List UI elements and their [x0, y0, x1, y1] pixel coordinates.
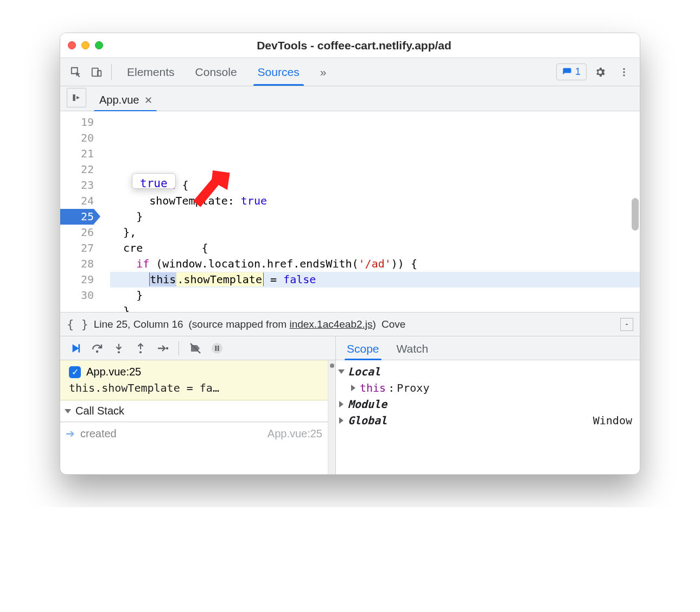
source-mapped-label: (source mapped from index.1ac4eab2.js) — [189, 318, 376, 330]
settings-icon[interactable] — [590, 62, 610, 82]
devtools-window: DevTools - coffee-cart.netlify.app/ad El… — [60, 33, 640, 475]
close-window-button[interactable] — [68, 41, 76, 49]
call-stack-header[interactable]: Call Stack — [60, 400, 328, 422]
deactivate-breakpoints-button[interactable] — [186, 339, 205, 358]
debugger-toolbar — [60, 336, 335, 360]
paused-location-block: ✓ App.vue:25 this.showTemplate = fa… — [60, 360, 328, 400]
tab-sources[interactable]: Sources — [250, 58, 307, 86]
minimap-scrollbar[interactable] — [328, 360, 335, 474]
tab-scope[interactable]: Scope — [345, 338, 381, 360]
line-gutter[interactable]: 192021222324252627282930 — [60, 111, 99, 312]
pause-on-exceptions-button[interactable] — [207, 339, 227, 358]
arrow-annotation-icon — [183, 134, 236, 150]
file-tab-app-vue[interactable]: App.vue ✕ — [92, 90, 159, 111]
editor-scrollbar-thumb[interactable] — [632, 198, 639, 231]
svg-point-8 — [118, 351, 120, 353]
svg-rect-5 — [73, 94, 75, 101]
scope-watch-tabs: Scope Watch — [336, 336, 640, 360]
debugger-panes: ✓ App.vue:25 this.showTemplate = fa… Cal… — [60, 336, 640, 474]
tab-elements[interactable]: Elements — [119, 58, 182, 86]
chevron-right-icon — [351, 385, 355, 391]
tab-watch[interactable]: Watch — [394, 338, 431, 360]
minimize-window-button[interactable] — [81, 41, 90, 49]
window-controls — [68, 41, 103, 49]
issues-count: 1 — [575, 66, 581, 78]
svg-point-4 — [623, 74, 625, 76]
scope-this[interactable]: this: Proxy — [339, 380, 637, 396]
inspect-element-icon[interactable] — [66, 62, 86, 82]
panel-tabs: Elements Console Sources » — [119, 58, 334, 86]
maximize-window-button[interactable] — [95, 41, 103, 49]
coverage-truncated: Cove — [381, 318, 405, 330]
scope-global[interactable]: Global Window — [339, 412, 637, 429]
svg-rect-12 — [218, 346, 219, 351]
breakpoint-code-snippet: this.showTemplate = fa… — [69, 381, 320, 394]
chevron-down-icon — [338, 369, 345, 374]
debugger-left-pane: ✓ App.vue:25 this.showTemplate = fa… Cal… — [60, 336, 336, 474]
step-over-button[interactable] — [87, 339, 107, 358]
device-toggle-icon[interactable] — [86, 62, 107, 82]
step-out-button[interactable] — [131, 339, 150, 358]
code-area[interactable]: return { showTemplate: true } }, cre { i… — [99, 111, 640, 312]
source-map-link[interactable]: index.1ac4eab2.js — [289, 318, 372, 330]
svg-point-10 — [166, 347, 168, 349]
scope-tree[interactable]: Local this: Proxy Module Global Window — [336, 360, 640, 474]
window-title: DevTools - coffee-cart.netlify.app/ad — [103, 39, 632, 52]
svg-rect-11 — [215, 346, 217, 351]
tab-overflow[interactable]: » — [313, 58, 334, 86]
svg-rect-6 — [78, 344, 80, 352]
chevron-down-icon — [65, 409, 71, 413]
source-status-bar: { } Line 25, Column 16 (source mapped fr… — [60, 312, 640, 336]
toolbar-separator — [111, 64, 112, 80]
cursor-position: Line 25, Column 16 — [94, 318, 183, 330]
breakpoint-file[interactable]: App.vue:25 — [86, 366, 141, 378]
breakpoint-checkbox[interactable]: ✓ — [69, 366, 81, 378]
svg-point-3 — [623, 71, 625, 73]
scope-local[interactable]: Local — [339, 364, 637, 380]
tab-console[interactable]: Console — [188, 58, 245, 86]
kebab-menu-icon[interactable] — [614, 62, 634, 82]
current-frame-icon: ➔ — [66, 427, 75, 440]
call-stack-item[interactable]: ➔ created App.vue:25 — [60, 422, 328, 444]
close-tab-icon[interactable]: ✕ — [144, 94, 152, 106]
step-into-button[interactable] — [109, 339, 129, 358]
hover-value-tooltip: true — [132, 173, 176, 189]
debugger-right-pane: Scope Watch Local this: Proxy Module — [336, 336, 640, 474]
status-more-icon[interactable] — [620, 318, 633, 331]
chevron-right-icon — [339, 401, 343, 407]
window-titlebar: DevTools - coffee-cart.netlify.app/ad — [60, 33, 640, 58]
chevron-right-icon — [339, 417, 343, 424]
file-tab-strip: App.vue ✕ — [60, 86, 640, 111]
scope-module[interactable]: Module — [339, 396, 637, 412]
issues-button[interactable]: 1 — [556, 63, 587, 80]
svg-point-2 — [623, 68, 625, 69]
svg-point-9 — [139, 351, 142, 353]
debugger-toolbar-separator — [179, 341, 179, 355]
navigator-toggle-icon[interactable] — [67, 88, 86, 107]
resume-button[interactable] — [66, 339, 85, 358]
minimap-marker — [330, 364, 334, 368]
pretty-print-icon[interactable]: { } — [67, 317, 88, 331]
svg-point-7 — [96, 350, 98, 352]
step-button[interactable] — [152, 339, 172, 358]
devtools-toolbar: Elements Console Sources » 1 — [60, 58, 640, 86]
source-editor[interactable]: 192021222324252627282930 return { showTe… — [60, 111, 640, 312]
file-tab-label: App.vue — [99, 94, 139, 106]
